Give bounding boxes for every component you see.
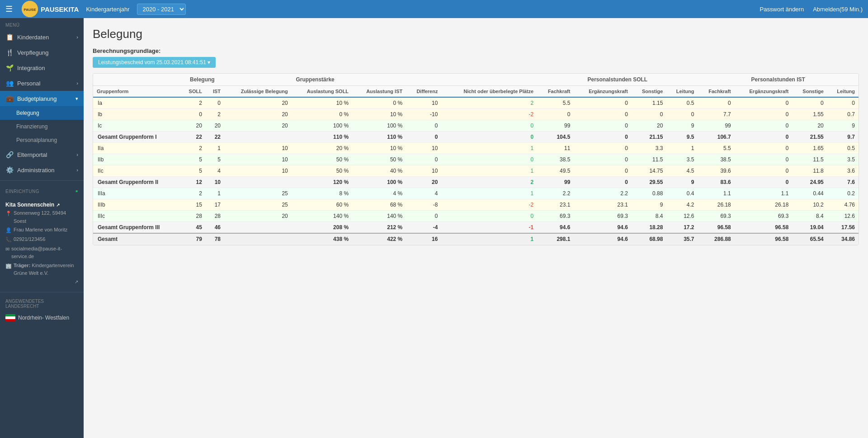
page-title: Belegung <box>93 27 859 41</box>
td-ergaenzung-soll: 0 <box>574 132 632 143</box>
td-differenz: 0 <box>406 120 441 132</box>
td-uberbelegte: 2 <box>441 177 537 188</box>
sidebar-item-budgetplanung[interactable]: 💼 Budgetplanung ▾ <box>0 91 84 106</box>
td-sonstige-ist: 1.55 <box>792 109 827 120</box>
td-ergaenzung-soll: 0 <box>574 154 632 165</box>
td-uberbelegte: 1 <box>441 143 537 154</box>
td-uberbelegte: -2 <box>441 199 537 211</box>
person-icon: 👤 <box>5 226 12 235</box>
td-zulaessig <box>224 177 292 188</box>
td-auslastung-soll: 120 % <box>292 177 352 188</box>
td-differenz: 16 <box>406 233 441 245</box>
td-fachkraft-ist: 7.7 <box>698 109 735 120</box>
bundesland-row: Nordrhein- Westfalen <box>0 312 84 326</box>
td-uberbelegte: 1 <box>441 233 537 245</box>
external-link-icon[interactable]: ↗ <box>56 202 60 209</box>
table-row: Gesamt Gruppenform III 45 46 208 % 212 %… <box>93 222 859 234</box>
td-auslastung-soll: 208 % <box>292 222 352 234</box>
main-content: Belegung Berechnungsgrundlage: Leistungs… <box>84 18 868 438</box>
th-uberbelegte-plaetze: Nicht oder überbelegte Plätze <box>441 86 537 98</box>
td-leitung-soll: 35.7 <box>666 233 698 245</box>
td-differenz: -8 <box>406 199 441 211</box>
td-soll: 22 <box>180 132 206 143</box>
td-sonstige-soll: 20 <box>632 120 666 132</box>
td-gruppenform: IIa <box>93 143 180 154</box>
th-personal-ist-group: Personalstunden IST <box>698 74 859 86</box>
th-zulaessig: Zulässige Belegung <box>224 86 292 98</box>
td-sonstige-ist: 20 <box>792 120 827 132</box>
td-fachkraft-soll: 38.5 <box>537 154 574 165</box>
sidebar-item-label: Administration <box>17 167 54 174</box>
sidebar-item-kinderdaten[interactable]: 📋 Kinderdaten › <box>0 29 84 45</box>
td-differenz: 0 <box>406 211 441 222</box>
table-row: Gesamt Gruppenform II 12 10 120 % 100 % … <box>93 177 859 188</box>
td-differenz: 4 <box>406 188 441 199</box>
td-auslastung-soll: 0 % <box>292 109 352 120</box>
chevron-right-icon: › <box>76 152 78 157</box>
year-select[interactable]: 2020 - 2021 2019 - 2020 2021 - 2022 <box>137 4 186 15</box>
th-soll: SOLL <box>180 86 206 98</box>
td-leitung-ist: 0.2 <box>827 188 859 199</box>
password-link[interactable]: Passwort ändern <box>760 6 804 13</box>
td-sonstige-soll: 9 <box>632 199 666 211</box>
kita-name: Kita Sonnenschein ↗ <box>5 201 78 209</box>
sidebar-sub-personalplanung[interactable]: Personalplanung <box>0 133 84 147</box>
sidebar-item-verpflegung[interactable]: 🍴 Verpflegung <box>0 45 84 60</box>
td-sonstige-soll: 68.98 <box>632 233 666 245</box>
td-uberbelegte: 0 <box>441 211 537 222</box>
td-soll: 79 <box>180 233 206 245</box>
sidebar-item-elternportal[interactable]: 🔗 Elternportal › <box>0 147 84 162</box>
personal-icon: 👥 <box>5 80 14 87</box>
td-ergaenzung-soll: 94.6 <box>574 222 632 234</box>
td-leitung-soll: 9 <box>666 177 698 188</box>
td-auslastung-soll: 10 % <box>292 97 352 109</box>
td-zulaessig: 10 <box>224 154 292 165</box>
td-ist: 5 <box>206 154 224 165</box>
td-leitung-soll: 0.5 <box>666 97 698 109</box>
th-gruppenstaerke-group: Gruppenstärke <box>224 74 406 86</box>
sidebar-sub-label: Finanzierung <box>16 123 47 130</box>
td-gruppenform: Ia <box>93 97 180 109</box>
external-link-icon-2[interactable]: ↗ <box>5 278 78 286</box>
td-leitung-soll: 0.4 <box>666 188 698 199</box>
th-leitung-ist: Leitung <box>827 86 859 98</box>
td-fachkraft-ist: 96.58 <box>698 222 735 234</box>
td-gruppenform: Gesamt Gruppenform I <box>93 132 180 143</box>
sidebar-sub-belegung[interactable]: Belegung <box>0 106 84 120</box>
administration-icon: ⚙️ <box>5 166 14 174</box>
sidebar-sub-finanzierung[interactable]: Finanzierung <box>0 120 84 133</box>
td-leitung-soll: 4.2 <box>666 199 698 211</box>
leistungsbescheid-button[interactable]: Leistungsbescheid vom 25.03.2021 08:41:5… <box>93 57 216 68</box>
sidebar-item-personal[interactable]: 👥 Personal › <box>0 75 84 91</box>
sidebar-item-label: Kinderdaten <box>17 34 49 41</box>
td-soll: 28 <box>180 211 206 222</box>
td-fachkraft-soll: 69.3 <box>537 211 574 222</box>
table-row: IIIc 28 28 20 140 % 140 % 0 0 69.3 69.3 … <box>93 211 859 222</box>
sidebar-item-integration[interactable]: 🌱 Integration <box>0 60 84 75</box>
logout-link[interactable]: Abmelden(59 Min.) <box>813 6 863 13</box>
td-leitung-ist: 0 <box>827 97 859 109</box>
th-fachkraft-ist: Fachkraft <box>698 86 735 98</box>
td-zulaessig <box>224 132 292 143</box>
sidebar-item-label: Elternportal <box>17 151 47 158</box>
th-sonstige-ist: Sonstige <box>792 86 827 98</box>
hamburger-icon[interactable]: ☰ <box>5 4 13 14</box>
td-leitung-soll: 17.2 <box>666 222 698 234</box>
td-leitung-ist: 7.6 <box>827 177 859 188</box>
td-auslastung-ist: 0 % <box>352 97 406 109</box>
kita-email-row: ✉ socialmedia@pause-it-service.de <box>5 245 78 261</box>
th-belegung-group: Belegung <box>180 74 224 86</box>
td-differenz: -10 <box>406 109 441 120</box>
td-soll: 2 <box>180 143 206 154</box>
berechnungsgrundlage: Berechnungsgrundlage: Leistungsbescheid … <box>93 47 859 68</box>
td-sonstige-ist: 8.4 <box>792 211 827 222</box>
td-zulaessig: 20 <box>224 97 292 109</box>
td-leitung-ist: 9 <box>827 120 859 132</box>
td-sonstige-soll: 11.5 <box>632 154 666 165</box>
td-auslastung-ist: 212 % <box>352 222 406 234</box>
sidebar-divider <box>0 180 84 181</box>
td-fachkraft-soll: 99 <box>537 120 574 132</box>
sidebar-item-administration[interactable]: ⚙️ Administration › <box>0 162 84 178</box>
td-ergaenzung-ist: 0 <box>735 177 793 188</box>
td-ergaenzung-soll: 2.2 <box>574 188 632 199</box>
